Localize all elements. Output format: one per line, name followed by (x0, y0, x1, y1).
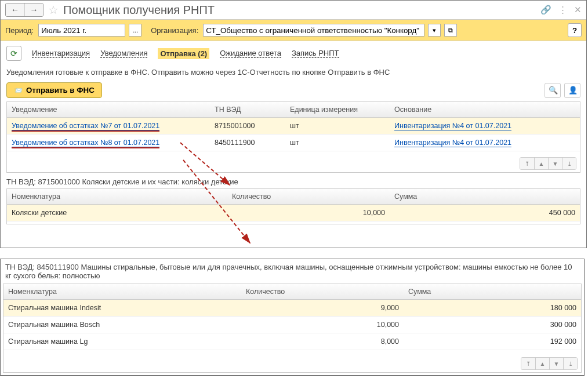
tab-waiting[interactable]: Ожидание ответа (220, 49, 281, 58)
send-label: Отправить в ФНС (26, 86, 95, 95)
table-row[interactable]: Стиральная машина Indesit 9,000 180 000 (3, 300, 581, 317)
help-button[interactable]: ? (568, 23, 582, 37)
nav-arrows: ⤒ ▲ ▼ ⤓ (521, 357, 578, 370)
unit-cell: шт (285, 135, 390, 150)
detail1-header: ТН ВЭД: 8715001000 Коляски детские и их … (1, 173, 586, 188)
nom-cell: Стиральная машина Bosch (3, 317, 241, 332)
detail2-header: ТН ВЭД: 8450111900 Машины стиральные, бы… (1, 259, 584, 284)
favorite-star-icon[interactable]: ☆ (48, 3, 59, 17)
forward-button[interactable]: → (24, 3, 43, 16)
qty-cell: 10,000 (241, 317, 404, 332)
tnved-cell: 8715001000 (210, 118, 285, 133)
sum-cell: 180 000 (404, 300, 581, 315)
detail1-grid: Номенклатура Количество Сумма Коляски де… (6, 188, 580, 224)
col-basis: Основание (390, 102, 580, 117)
period-input[interactable] (38, 24, 125, 37)
nav-arrows: ⤒ ▲ ▼ ⤓ (520, 157, 576, 170)
notifications-grid: Уведомление ТН ВЭД Единица измерения Осн… (6, 101, 580, 173)
notification-link[interactable]: Уведомление об остатках №7 от 01.07.2021 (12, 122, 159, 130)
window-title: Помощник получения РНПТ (63, 3, 540, 17)
nom-cell: Стиральная машина Indesit (3, 300, 241, 315)
qty-cell: 8,000 (241, 334, 404, 349)
nav-up-button[interactable]: ▲ (534, 158, 548, 169)
tab-notifications[interactable]: Уведомления (100, 49, 147, 58)
col-tnved: ТН ВЭД (210, 102, 285, 117)
send-fns-button[interactable]: 📨 Отправить в ФНС (6, 82, 102, 98)
nom-cell: Коляски детские (7, 205, 227, 220)
basis-link[interactable]: Инвентаризация №4 от 01.07.2021 (394, 139, 511, 147)
qty-cell: 10,000 (227, 205, 390, 220)
user-button[interactable]: 👤 (564, 83, 580, 98)
close-icon[interactable]: ✕ (574, 5, 582, 15)
col-quantity: Количество (241, 284, 404, 299)
tab-sending[interactable]: Отправка (2) (158, 48, 209, 59)
notification-link[interactable]: Уведомление об остатках №8 от 01.07.2021 (12, 139, 159, 147)
table-row[interactable]: Коляски детские 10,000 450 000 (7, 205, 580, 221)
col-unit: Единица измерения (285, 102, 390, 117)
link-icon[interactable]: 🔗 (540, 5, 551, 15)
col-sum: Сумма (404, 284, 581, 299)
basis-link[interactable]: Инвентаризация №4 от 01.07.2021 (394, 122, 511, 130)
detail2-grid: Номенклатура Количество Сумма Стиральная… (3, 284, 582, 373)
nav-first-button[interactable]: ⤒ (521, 358, 535, 369)
nav-last-button[interactable]: ⤓ (562, 158, 576, 169)
sum-cell: 192 000 (404, 334, 581, 349)
tab-record[interactable]: Запись РНПТ (292, 49, 339, 58)
send-icon: 📨 (14, 86, 23, 95)
back-button[interactable]: ← (6, 3, 24, 16)
table-row[interactable]: Уведомление об остатках №7 от 01.07.2021… (7, 118, 580, 135)
col-nomenclature: Номенклатура (7, 189, 227, 204)
info-text: Уведомления готовые к отправке в ФНС. От… (1, 66, 586, 82)
org-dropdown-button[interactable]: ▾ (428, 24, 441, 37)
nav-down-button[interactable]: ▼ (549, 358, 563, 369)
col-notification: Уведомление (7, 102, 210, 117)
col-sum: Сумма (390, 189, 580, 204)
tab-inventory[interactable]: Инвентаризация (32, 49, 90, 58)
search-button[interactable]: 🔍 (545, 83, 561, 98)
menu-icon[interactable]: ⋮ (558, 5, 567, 15)
table-row[interactable]: Уведомление об остатках №8 от 01.07.2021… (7, 135, 580, 151)
nom-cell: Стиральная машина Lg (3, 334, 241, 349)
unit-cell: шт (285, 118, 390, 133)
org-expand-button[interactable]: ⧉ (444, 24, 457, 37)
nav-last-button[interactable]: ⤓ (563, 358, 577, 369)
nav-first-button[interactable]: ⤒ (520, 158, 534, 169)
org-label: Организация: (151, 26, 198, 35)
sum-cell: 300 000 (404, 317, 581, 332)
qty-cell: 9,000 (241, 300, 404, 315)
col-quantity: Количество (227, 189, 390, 204)
period-select-button[interactable]: ... (129, 24, 141, 37)
nav-up-button[interactable]: ▲ (535, 358, 549, 369)
table-row[interactable]: Стиральная машина Bosch 10,000 300 000 (3, 317, 581, 333)
org-input[interactable] (203, 24, 424, 37)
sum-cell: 450 000 (390, 205, 580, 220)
period-label: Период: (5, 26, 34, 35)
table-row[interactable]: Стиральная машина Lg 8,000 192 000 (3, 333, 581, 350)
col-nomenclature: Номенклатура (3, 284, 241, 299)
nav-down-button[interactable]: ▼ (548, 158, 562, 169)
refresh-button[interactable]: ⟳ (6, 46, 21, 61)
tnved-cell: 8450111900 (210, 135, 285, 150)
